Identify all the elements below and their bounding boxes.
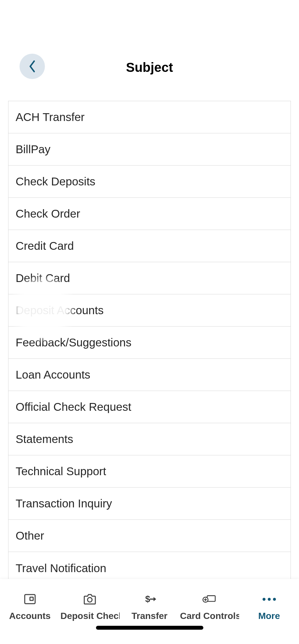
svg-point-2 — [88, 597, 92, 602]
tab-more[interactable]: More — [239, 592, 299, 621]
tab-label: Card Controls — [180, 611, 238, 621]
list-item[interactable]: Statements — [8, 423, 291, 455]
list-item[interactable]: Technical Support — [8, 455, 291, 488]
list-item[interactable]: Check Order — [8, 198, 291, 230]
list-item-label: Check Deposits — [16, 175, 95, 188]
list-item[interactable]: Transaction Inquiry — [8, 488, 291, 520]
list-item[interactable]: Check Deposits — [8, 166, 291, 198]
chevron-left-icon — [27, 60, 37, 73]
list-item[interactable]: Debit Card — [8, 262, 291, 294]
svg-text:$: $ — [145, 594, 150, 604]
accounts-icon — [23, 592, 37, 606]
list-item-label: Feedback/Suggestions — [16, 336, 131, 349]
list-item-label: Credit Card — [16, 239, 74, 252]
list-item[interactable]: Official Check Request — [8, 391, 291, 423]
list-item[interactable]: Feedback/Suggestions — [8, 327, 291, 359]
list-item[interactable]: Credit Card — [8, 230, 291, 262]
back-button[interactable] — [20, 54, 45, 79]
list-item-label: Deposit Accounts — [16, 304, 103, 317]
list-item-label: Travel Notification — [16, 562, 106, 575]
list-item-label: Transaction Inquiry — [16, 497, 112, 510]
tab-bar: Accounts Deposit Check $ Transfer — [0, 579, 299, 644]
list-item-label: Loan Accounts — [16, 368, 90, 381]
card-controls-icon — [202, 592, 216, 606]
tab-deposit-check[interactable]: Deposit Check — [60, 592, 120, 621]
tab-label: More — [258, 611, 280, 621]
tab-label: Accounts — [9, 611, 51, 621]
camera-icon — [83, 592, 97, 606]
list-item-label: Debit Card — [16, 272, 70, 285]
tab-label: Deposit Check — [61, 611, 119, 621]
tab-card-controls[interactable]: Card Controls — [179, 592, 239, 621]
tab-transfer[interactable]: $ Transfer — [120, 592, 180, 621]
list-item[interactable]: Other — [8, 520, 291, 552]
home-indicator[interactable] — [96, 626, 203, 630]
content-area: ACH Transfer BillPay Check Deposits Chec… — [8, 101, 291, 579]
transfer-icon: $ — [142, 592, 156, 606]
list-item[interactable]: ACH Transfer — [8, 101, 291, 133]
list-item-label: ACH Transfer — [16, 111, 85, 124]
list-item-label: Other — [16, 529, 44, 542]
list-item-label: BillPay — [16, 143, 50, 156]
list-item-label: Statements — [16, 433, 73, 446]
svg-rect-4 — [207, 596, 215, 601]
list-item[interactable]: Loan Accounts — [8, 359, 291, 391]
more-icon — [263, 592, 276, 606]
list-item[interactable]: BillPay — [8, 133, 291, 166]
tab-accounts[interactable]: Accounts — [0, 592, 60, 621]
header: Subject — [0, 0, 299, 85]
subject-list: ACH Transfer BillPay Check Deposits Chec… — [8, 101, 291, 579]
list-item-label: Official Check Request — [16, 400, 131, 413]
list-item-label: Check Order — [16, 207, 80, 220]
list-item-label: Technical Support — [16, 465, 106, 478]
list-item[interactable]: Travel Notification — [8, 552, 291, 579]
svg-rect-1 — [30, 597, 33, 600]
list-item[interactable]: Deposit Accounts — [8, 294, 291, 327]
tab-label: Transfer — [131, 611, 168, 621]
page-title: Subject — [126, 60, 173, 75]
